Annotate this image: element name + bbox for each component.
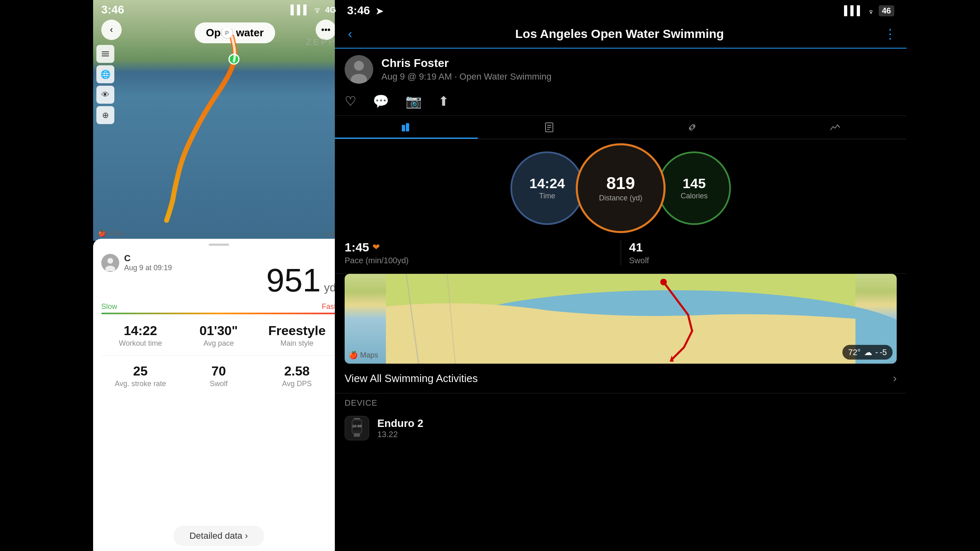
map-thumb-route-svg — [345, 274, 897, 364]
comment-icon[interactable]: 💬 — [373, 93, 389, 109]
swolf-label: Swolf — [629, 256, 897, 265]
share-icon[interactable]: ⬆ — [438, 93, 449, 109]
stat-avg-dps: 2.58 Avg DPS — [258, 360, 336, 392]
map-thumbnail[interactable]: 🍎 Maps 72° ☁ - -5 — [345, 274, 897, 364]
pace-bar-track — [101, 313, 336, 314]
svg-rect-12 — [402, 125, 405, 131]
swolf-stat: 41 Swolf — [629, 237, 897, 269]
stat-workout-time-label: Workout time — [103, 339, 178, 348]
stat-avg-dps-label: Avg DPS — [259, 380, 334, 388]
right-status-icons: ▌▌▌ 46 — [844, 5, 894, 16]
svg-rect-13 — [406, 123, 409, 131]
stats-grid-1: 14:22 Workout time 01'30" Avg pace Frees… — [101, 319, 336, 352]
map-globe-icon[interactable]: 🌐 — [96, 65, 114, 83]
stat-main-style: Freestyle Main style — [258, 319, 336, 352]
svg-point-10 — [354, 61, 364, 71]
pace-label: Pace (min/100yd) — [345, 256, 612, 265]
device-version: 13.22 — [377, 430, 423, 439]
svg-rect-2 — [102, 56, 109, 56]
activity-user-name: Chris Foster — [381, 57, 551, 70]
tab-link[interactable] — [621, 116, 764, 139]
time-value: 14:24 — [530, 176, 565, 191]
panel-date: Aug 9 at 09:19 — [124, 264, 172, 272]
calories-label: Calories — [681, 192, 708, 200]
stat-avg-pace-value: 01'30" — [181, 323, 256, 338]
big-distance-value: 951 — [266, 262, 321, 299]
weather-badge: 72° ☁ - -5 — [842, 345, 893, 360]
distance-value: 819 — [606, 174, 635, 193]
device-icon: 10:00 — [345, 416, 369, 440]
svg-rect-1 — [102, 53, 109, 54]
stat-avg-pace: 01'30" Avg pace — [180, 319, 258, 352]
distance-label: Distance (yd) — [599, 194, 642, 202]
calories-value: 145 — [683, 176, 706, 191]
distance-circle: 819 Distance (yd) — [576, 143, 666, 233]
right-status-bar: 3:46 ➤ ▌▌▌ 46 — [335, 0, 906, 20]
tab-notes[interactable] — [478, 116, 621, 139]
map-eye-icon[interactable]: 👁 — [96, 86, 114, 104]
activity-meta: Aug 9 @ 9:19 AM · Open Water Swimming — [381, 71, 551, 82]
apple-maps-badge: 🍎 Maps — [349, 351, 378, 360]
panel-user-info: C Aug 9 at 09:19 — [124, 253, 172, 272]
temp-value: 72° — [848, 348, 860, 357]
swolf-value-row: 41 — [629, 240, 897, 254]
stat-swolf-left-label: Swolf — [181, 380, 256, 388]
time-label: Time — [539, 192, 555, 200]
big-distance-unit: yd — [324, 281, 336, 294]
stat-workout-time: 14:22 Workout time — [101, 319, 180, 352]
wind-icon: - — [875, 348, 878, 357]
like-icon[interactable]: ♡ — [345, 93, 356, 109]
zepp-watermark: ZEPP — [306, 37, 336, 47]
left-status-bar: 3:46 ▌▌▌ 4G — [93, 0, 344, 18]
right-time: 3:46 ➤ — [347, 4, 383, 17]
svg-rect-29 — [354, 433, 360, 435]
panel-avatar — [101, 254, 119, 272]
fast-label: Fast — [322, 302, 336, 311]
right-back-button[interactable]: ‹ — [345, 24, 356, 43]
map-sidebar: 🌐 👁 ⊕ — [96, 45, 114, 124]
apple-icon-thumb: 🍎 — [349, 351, 358, 360]
apple-maps-watermark: 🍎 Maps — [98, 229, 126, 238]
tab-chart[interactable] — [764, 116, 906, 139]
stat-main-style-value: Freestyle — [259, 323, 334, 338]
time-circle: 14:24 Time — [510, 151, 584, 225]
stat-main-style-label: Main style — [259, 339, 334, 348]
heart-rate-icon: ❤ — [372, 242, 380, 253]
svg-text:10:00: 10:00 — [352, 424, 361, 428]
action-icons-row: ♡ 💬 📷 ⬆ — [335, 90, 906, 116]
panel-username: C — [124, 253, 172, 264]
pace-bar-labels: Slow Fast — [101, 302, 336, 311]
stat-swolf-left: 70 Swolf — [180, 360, 258, 392]
right-user-avatar — [345, 55, 373, 84]
calories-circle: 145 Calories — [657, 151, 731, 225]
map-layers-icon[interactable] — [96, 45, 114, 63]
device-name: Enduro 2 — [377, 417, 423, 430]
camera-icon[interactable]: 📷 — [405, 93, 422, 109]
right-title: Los Angeles Open Water Swimming — [362, 27, 877, 41]
map-location-icon[interactable]: ⊕ — [96, 106, 114, 124]
right-header: ‹ Los Angeles Open Water Swimming ⋮ — [335, 20, 906, 49]
battery-icon: 4G — [325, 5, 336, 15]
svg-text:P: P — [225, 30, 229, 36]
stat-stroke-rate: 25 Avg. stroke rate — [101, 360, 180, 392]
view-all-chevron-icon: › — [893, 372, 897, 385]
metrics-area: 14:24 Time 819 Distance (yd) 145 Calorie… — [335, 139, 906, 237]
view-all-row[interactable]: View All Swimming Activities › — [335, 364, 906, 393]
right-battery-icon: 46 — [879, 5, 894, 16]
map-background: ‹ Open water ••• ZEPP — [93, 0, 344, 241]
wifi-icon — [313, 4, 322, 15]
pace-bar: Slow Fast — [101, 302, 336, 314]
detailed-data-button[interactable]: Detailed data › — [173, 526, 264, 546]
weather-cloud-icon: ☁ — [864, 347, 872, 357]
left-status-icons: ▌▌▌ 4G — [291, 4, 336, 15]
tab-summary[interactable] — [335, 116, 478, 139]
view-all-text: View All Swimming Activities — [345, 372, 478, 385]
left-map-area: ‹ Open water ••• ZEPP — [93, 0, 344, 241]
right-more-button[interactable]: ⋮ — [884, 26, 897, 42]
svg-rect-30 — [354, 435, 360, 437]
activity-text-block: Chris Foster Aug 9 @ 9:19 AM · Open Wate… — [381, 57, 551, 82]
stat-workout-time-value: 14:22 — [103, 323, 178, 338]
activity-info-row: Chris Foster Aug 9 @ 9:19 AM · Open Wate… — [335, 49, 906, 90]
panel-handle[interactable] — [209, 244, 229, 246]
device-row: 10:00 Enduro 2 13.22 — [335, 411, 906, 445]
